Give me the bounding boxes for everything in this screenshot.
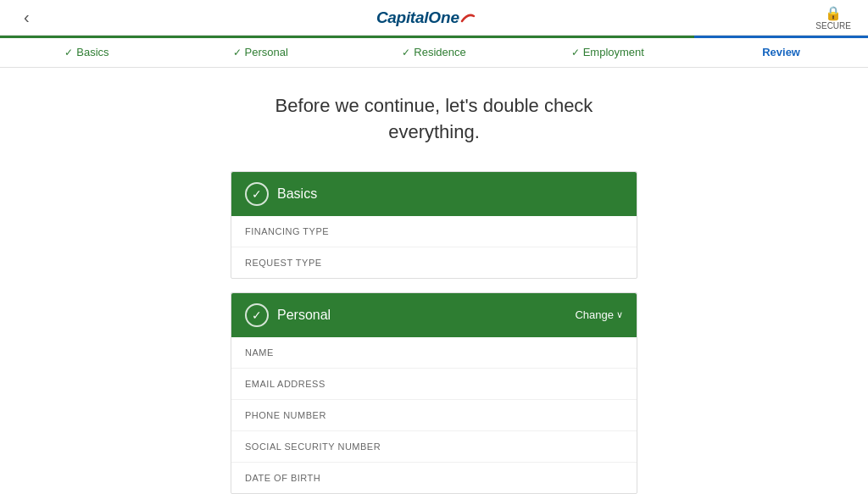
personal-section-header[interactable]: ✓ Personal Change ∨ <box>231 293 637 337</box>
page-title: Before we continue, let's double check e… <box>231 93 637 146</box>
field-financing-type: FINANCING TYPE <box>231 216 637 247</box>
logo-one: One <box>428 8 459 27</box>
residence-check-icon: ✓ <box>402 47 410 58</box>
basics-check-circle: ✓ <box>245 182 269 206</box>
field-dob: DATE OF BIRTH <box>231 463 637 493</box>
step-employment-line <box>520 36 694 38</box>
step-employment-label: ✓ Employment <box>571 46 644 58</box>
step-employment[interactable]: ✓ Employment <box>520 36 694 67</box>
step-basics-label: ✓ Basics <box>64 46 108 58</box>
personal-check-circle: ✓ <box>245 303 269 327</box>
basics-header-left: ✓ Basics <box>245 182 317 206</box>
logo: Capital One <box>376 8 476 27</box>
basics-section-body: FINANCING TYPE REQUEST TYPE <box>231 216 637 278</box>
secure-area: 🔒 SECURE <box>815 5 851 31</box>
personal-change-label: Change <box>575 308 614 321</box>
personal-change-chevron-icon: ∨ <box>616 309 623 320</box>
basics-section-title: Basics <box>277 186 317 202</box>
logo-swoosh <box>460 13 476 25</box>
field-request-type: REQUEST TYPE <box>231 247 637 278</box>
step-review-line <box>694 36 868 38</box>
personal-section: ✓ Personal Change ∨ NAME EMAIL ADDRESS P… <box>231 292 637 494</box>
secure-label: SECURE <box>815 21 851 31</box>
employment-check-icon: ✓ <box>571 47 580 58</box>
step-residence[interactable]: ✓ Residence <box>348 36 521 67</box>
step-review-label: Review <box>762 46 800 58</box>
field-name: NAME <box>231 337 637 369</box>
step-residence-line <box>348 36 521 38</box>
step-personal[interactable]: ✓ Personal <box>174 36 348 67</box>
main-content: Before we continue, let's double check e… <box>214 68 654 494</box>
step-review[interactable]: Review <box>694 36 868 67</box>
step-personal-label: ✓ Personal <box>233 46 288 58</box>
personal-change-button[interactable]: Change ∨ <box>575 308 623 321</box>
basics-section: ✓ Basics FINANCING TYPE REQUEST TYPE <box>231 171 637 279</box>
basics-section-header[interactable]: ✓ Basics <box>231 172 637 216</box>
header: ‹ Capital One 🔒 SECURE <box>0 0 868 36</box>
step-personal-line <box>174 36 348 38</box>
personal-section-body: NAME EMAIL ADDRESS PHONE NUMBER SOCIAL S… <box>231 337 637 493</box>
logo-text: Capital <box>376 8 428 27</box>
personal-check-icon: ✓ <box>233 47 242 58</box>
step-basics[interactable]: ✓ Basics <box>0 36 174 67</box>
step-basics-line <box>0 36 174 38</box>
personal-section-title: Personal <box>277 308 331 323</box>
basics-check-icon: ✓ <box>64 47 73 58</box>
personal-header-left: ✓ Personal <box>245 303 331 327</box>
field-phone: PHONE NUMBER <box>231 400 637 431</box>
lock-icon: 🔒 <box>825 5 842 21</box>
field-ssn: SOCIAL SECURITY NUMBER <box>231 431 637 463</box>
back-button[interactable]: ‹ <box>17 4 36 31</box>
progress-bar: ✓ Basics ✓ Personal ✓ Residence ✓ Employ… <box>0 36 868 68</box>
step-residence-label: ✓ Residence <box>402 46 465 58</box>
field-email: EMAIL ADDRESS <box>231 369 637 400</box>
